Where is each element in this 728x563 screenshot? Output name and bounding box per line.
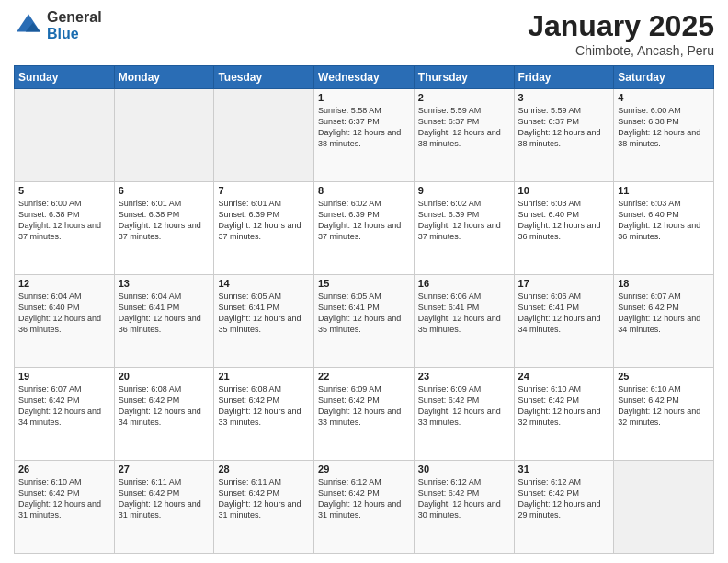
calendar-table: Sunday Monday Tuesday Wednesday Thursday… [14,65,714,554]
calendar-cell: 27Sunrise: 6:11 AM Sunset: 6:42 PM Dayli… [114,461,214,554]
calendar-title: January 2025 [528,9,714,43]
day-info: Sunrise: 6:00 AM Sunset: 6:38 PM Dayligh… [18,198,110,243]
calendar-cell [15,89,115,182]
day-number: 2 [418,92,510,103]
day-number: 8 [318,185,410,196]
calendar-cell: 14Sunrise: 6:05 AM Sunset: 6:41 PM Dayli… [214,275,314,368]
calendar-week-2: 5Sunrise: 6:00 AM Sunset: 6:38 PM Daylig… [15,182,714,275]
calendar-cell: 26Sunrise: 6:10 AM Sunset: 6:42 PM Dayli… [15,461,115,554]
day-info: Sunrise: 6:02 AM Sunset: 6:39 PM Dayligh… [418,198,510,243]
day-number: 9 [418,185,510,196]
calendar-cell: 31Sunrise: 6:12 AM Sunset: 6:42 PM Dayli… [514,461,614,554]
day-number: 15 [318,278,410,289]
day-number: 30 [418,464,510,475]
calendar-week-5: 26Sunrise: 6:10 AM Sunset: 6:42 PM Dayli… [15,461,714,554]
calendar-cell [214,89,314,182]
day-number: 25 [618,371,710,382]
calendar-cell: 15Sunrise: 6:05 AM Sunset: 6:41 PM Dayli… [314,275,415,368]
day-number: 10 [518,185,610,196]
calendar-cell: 29Sunrise: 6:12 AM Sunset: 6:42 PM Dayli… [314,461,415,554]
calendar-header: Sunday Monday Tuesday Wednesday Thursday… [15,66,714,89]
calendar-cell: 25Sunrise: 6:10 AM Sunset: 6:42 PM Dayli… [614,368,714,461]
day-info: Sunrise: 6:06 AM Sunset: 6:41 PM Dayligh… [418,291,510,336]
day-number: 3 [518,92,610,103]
col-friday: Friday [514,66,614,89]
day-number: 16 [418,278,510,289]
day-info: Sunrise: 6:09 AM Sunset: 6:42 PM Dayligh… [318,384,410,429]
day-info: Sunrise: 6:05 AM Sunset: 6:41 PM Dayligh… [318,291,410,336]
day-number: 12 [18,278,110,289]
day-info: Sunrise: 6:11 AM Sunset: 6:42 PM Dayligh… [218,477,310,522]
logo-text: General Blue [47,9,102,41]
day-number: 31 [518,464,610,475]
day-number: 6 [119,185,210,196]
calendar-week-1: 1Sunrise: 5:58 AM Sunset: 6:37 PM Daylig… [15,89,714,182]
calendar-cell: 17Sunrise: 6:06 AM Sunset: 6:41 PM Dayli… [514,275,614,368]
day-info: Sunrise: 6:12 AM Sunset: 6:42 PM Dayligh… [518,477,610,522]
calendar-cell: 21Sunrise: 6:08 AM Sunset: 6:42 PM Dayli… [214,368,314,461]
day-info: Sunrise: 6:01 AM Sunset: 6:38 PM Dayligh… [119,198,210,243]
col-saturday: Saturday [614,66,714,89]
header-row: Sunday Monday Tuesday Wednesday Thursday… [15,66,714,89]
calendar-cell: 7Sunrise: 6:01 AM Sunset: 6:39 PM Daylig… [214,182,314,275]
calendar-cell: 10Sunrise: 6:03 AM Sunset: 6:40 PM Dayli… [514,182,614,275]
col-monday: Monday [114,66,214,89]
calendar-cell: 13Sunrise: 6:04 AM Sunset: 6:41 PM Dayli… [114,275,214,368]
calendar-cell [114,89,214,182]
calendar-cell: 12Sunrise: 6:04 AM Sunset: 6:40 PM Dayli… [15,275,115,368]
day-info: Sunrise: 6:08 AM Sunset: 6:42 PM Dayligh… [119,384,210,429]
day-info: Sunrise: 6:03 AM Sunset: 6:40 PM Dayligh… [618,198,710,243]
calendar-subtitle: Chimbote, Ancash, Peru [528,43,714,58]
day-info: Sunrise: 6:07 AM Sunset: 6:42 PM Dayligh… [18,384,110,429]
day-info: Sunrise: 6:06 AM Sunset: 6:41 PM Dayligh… [518,291,610,336]
logo-blue: Blue [47,26,102,42]
day-number: 29 [318,464,410,475]
day-info: Sunrise: 6:10 AM Sunset: 6:42 PM Dayligh… [618,384,710,429]
title-block: January 2025 Chimbote, Ancash, Peru [528,9,714,58]
calendar-cell: 4Sunrise: 6:00 AM Sunset: 6:38 PM Daylig… [614,89,714,182]
day-number: 21 [218,371,310,382]
calendar-cell: 5Sunrise: 6:00 AM Sunset: 6:38 PM Daylig… [15,182,115,275]
logo-icon [14,11,43,40]
day-number: 1 [318,92,410,103]
calendar-cell: 30Sunrise: 6:12 AM Sunset: 6:42 PM Dayli… [414,461,514,554]
calendar-cell: 11Sunrise: 6:03 AM Sunset: 6:40 PM Dayli… [614,182,714,275]
day-info: Sunrise: 6:01 AM Sunset: 6:39 PM Dayligh… [218,198,310,243]
day-info: Sunrise: 5:59 AM Sunset: 6:37 PM Dayligh… [518,105,610,150]
col-wednesday: Wednesday [314,66,415,89]
day-info: Sunrise: 6:04 AM Sunset: 6:40 PM Dayligh… [18,291,110,336]
day-number: 11 [618,185,710,196]
col-thursday: Thursday [414,66,514,89]
day-number: 18 [618,278,710,289]
calendar-cell: 22Sunrise: 6:09 AM Sunset: 6:42 PM Dayli… [314,368,415,461]
day-info: Sunrise: 6:11 AM Sunset: 6:42 PM Dayligh… [119,477,210,522]
day-info: Sunrise: 6:02 AM Sunset: 6:39 PM Dayligh… [318,198,410,243]
calendar-cell: 8Sunrise: 6:02 AM Sunset: 6:39 PM Daylig… [314,182,415,275]
calendar-cell: 18Sunrise: 6:07 AM Sunset: 6:42 PM Dayli… [614,275,714,368]
day-info: Sunrise: 6:12 AM Sunset: 6:42 PM Dayligh… [418,477,510,522]
header: General Blue January 2025 Chimbote, Anca… [14,9,714,58]
logo: General Blue [14,9,102,41]
day-number: 26 [18,464,110,475]
day-info: Sunrise: 6:08 AM Sunset: 6:42 PM Dayligh… [218,384,310,429]
day-number: 22 [318,371,410,382]
calendar-body: 1Sunrise: 5:58 AM Sunset: 6:37 PM Daylig… [15,89,714,554]
day-number: 4 [618,92,710,103]
col-sunday: Sunday [15,66,115,89]
day-number: 20 [119,371,210,382]
calendar-week-4: 19Sunrise: 6:07 AM Sunset: 6:42 PM Dayli… [15,368,714,461]
col-tuesday: Tuesday [214,66,314,89]
calendar-cell: 2Sunrise: 5:59 AM Sunset: 6:37 PM Daylig… [414,89,514,182]
day-info: Sunrise: 5:59 AM Sunset: 6:37 PM Dayligh… [418,105,510,150]
calendar-week-3: 12Sunrise: 6:04 AM Sunset: 6:40 PM Dayli… [15,275,714,368]
day-number: 13 [119,278,210,289]
day-number: 14 [218,278,310,289]
calendar-cell [614,461,714,554]
day-info: Sunrise: 6:07 AM Sunset: 6:42 PM Dayligh… [618,291,710,336]
day-info: Sunrise: 6:04 AM Sunset: 6:41 PM Dayligh… [119,291,210,336]
day-number: 5 [18,185,110,196]
page: General Blue January 2025 Chimbote, Anca… [0,0,728,563]
day-info: Sunrise: 6:03 AM Sunset: 6:40 PM Dayligh… [518,198,610,243]
day-info: Sunrise: 6:05 AM Sunset: 6:41 PM Dayligh… [218,291,310,336]
day-number: 27 [119,464,210,475]
